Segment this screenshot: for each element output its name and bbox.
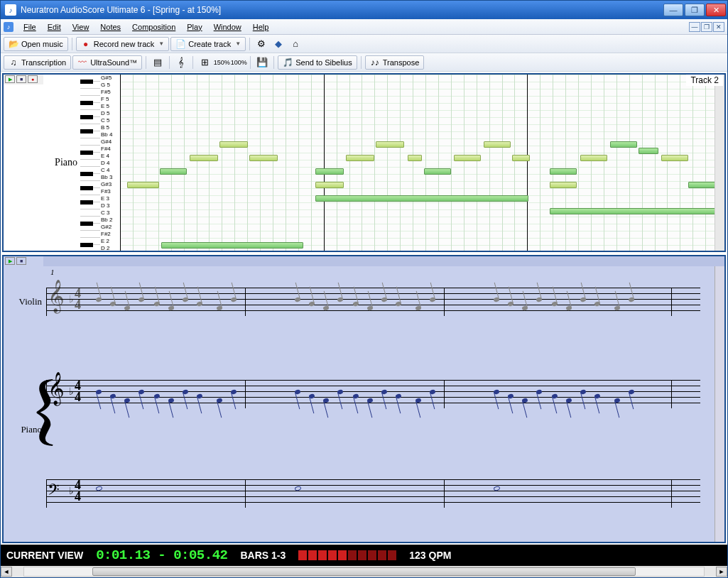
piano-view-button[interactable]: ▤ bbox=[150, 55, 165, 70]
clef-button[interactable]: 𝄞 bbox=[173, 55, 189, 70]
menu-file[interactable]: File bbox=[18, 21, 42, 33]
staff-note[interactable] bbox=[352, 393, 359, 399]
menu-notes[interactable]: Notes bbox=[94, 21, 126, 33]
staff-note[interactable] bbox=[196, 393, 202, 399]
panel-stop-button[interactable]: ■ bbox=[16, 75, 26, 83]
score-vertical-scrollbar[interactable] bbox=[715, 266, 724, 542]
mdi-restore-button[interactable]: ❐ bbox=[701, 22, 712, 32]
minimize-button[interactable]: — bbox=[663, 4, 683, 16]
scroll-left-button[interactable]: ◄ bbox=[1, 567, 12, 577]
midi-note[interactable] bbox=[315, 168, 344, 175]
score-play-button[interactable]: ▶ bbox=[5, 257, 15, 265]
midi-note[interactable] bbox=[161, 242, 303, 249]
panel-record-button[interactable]: ● bbox=[28, 75, 38, 83]
transcription-button[interactable]: ♫ Transcription bbox=[4, 55, 71, 70]
menu-view[interactable]: View bbox=[67, 21, 95, 33]
staff-note[interactable] bbox=[429, 297, 435, 302]
staff-note[interactable] bbox=[507, 393, 514, 399]
menu-composition[interactable]: Composition bbox=[126, 21, 181, 33]
staff-note[interactable] bbox=[138, 389, 144, 395]
score-body[interactable]: 1 Violin 𝄞 ♭ 44 Piano 𝄔 bbox=[4, 266, 715, 542]
midi-note[interactable] bbox=[550, 182, 577, 188]
midi-note[interactable] bbox=[661, 155, 688, 161]
staff-note[interactable] bbox=[337, 389, 343, 395]
staff-note[interactable] bbox=[337, 297, 343, 302]
piano-roll-grid[interactable] bbox=[120, 75, 715, 251]
menu-window[interactable]: Window bbox=[208, 21, 247, 33]
menu-play[interactable]: Play bbox=[181, 21, 207, 33]
staff-note[interactable] bbox=[138, 297, 144, 302]
open-music-button[interactable]: 📂 Open music bbox=[4, 37, 68, 51]
scroll-track[interactable] bbox=[23, 567, 705, 577]
staff-note[interactable] bbox=[507, 301, 514, 307]
midi-note[interactable] bbox=[160, 168, 187, 175]
staff-note[interactable] bbox=[395, 301, 401, 307]
midi-note[interactable] bbox=[190, 155, 218, 161]
ultrasound-button[interactable]: 〰 UltraSound™ bbox=[72, 55, 142, 70]
midi-note[interactable] bbox=[580, 155, 607, 161]
midi-note[interactable] bbox=[454, 155, 481, 161]
midi-note[interactable] bbox=[550, 208, 715, 214]
midi-note[interactable] bbox=[408, 155, 422, 161]
close-button[interactable]: ✕ bbox=[706, 4, 726, 16]
staff-note[interactable] bbox=[182, 297, 188, 302]
staff-note[interactable] bbox=[580, 297, 586, 302]
score-stop-button[interactable]: ■ bbox=[16, 257, 26, 265]
maximize-button[interactable]: ❐ bbox=[685, 4, 705, 16]
midi-note[interactable] bbox=[610, 141, 637, 148]
staff-note[interactable] bbox=[628, 389, 634, 395]
help-book-button[interactable]: ◆ bbox=[271, 37, 286, 51]
midi-note[interactable] bbox=[315, 182, 344, 188]
staff-note[interactable] bbox=[429, 389, 435, 395]
midi-note[interactable] bbox=[512, 155, 530, 161]
midi-note[interactable] bbox=[249, 155, 278, 161]
staff-note[interactable] bbox=[381, 297, 387, 302]
staff-note[interactable] bbox=[308, 301, 315, 307]
staff-note[interactable] bbox=[381, 389, 387, 395]
staff-note[interactable] bbox=[308, 393, 315, 399]
staff-note[interactable] bbox=[594, 301, 600, 307]
midi-note[interactable] bbox=[550, 168, 577, 175]
staff-note[interactable] bbox=[153, 301, 160, 307]
zoom-150-button[interactable]: 150% bbox=[214, 55, 229, 70]
staff-note[interactable] bbox=[153, 393, 160, 399]
staff-note[interactable] bbox=[109, 301, 116, 307]
piano-keyboard[interactable] bbox=[80, 75, 100, 251]
staff-note[interactable] bbox=[182, 389, 188, 395]
staff-note[interactable] bbox=[95, 297, 102, 302]
staff-note[interactable] bbox=[95, 389, 102, 395]
menu-help[interactable]: Help bbox=[247, 21, 275, 33]
create-track-button[interactable]: 📄 Create track ▼ bbox=[170, 37, 246, 51]
midi-note[interactable] bbox=[346, 155, 374, 161]
menu-edit[interactable]: Edit bbox=[42, 21, 67, 33]
transpose-button[interactable]: ♪♪ Transpose bbox=[365, 55, 425, 70]
staff-note[interactable] bbox=[551, 393, 558, 399]
settings-button[interactable]: ⚙ bbox=[254, 37, 269, 51]
staff-note[interactable] bbox=[395, 393, 401, 399]
staff-note[interactable] bbox=[628, 297, 634, 302]
save-button[interactable]: 💾 bbox=[254, 55, 270, 70]
send-to-sibelius-button[interactable]: 🎵 Send to Sibelius bbox=[278, 55, 357, 70]
horal-scrollbar[interactable]: ◄ ► bbox=[1, 566, 727, 577]
staff-note[interactable] bbox=[536, 389, 542, 395]
midi-note[interactable] bbox=[688, 182, 715, 188]
midi-note[interactable] bbox=[376, 141, 404, 148]
staff-note[interactable] bbox=[230, 297, 237, 302]
zoom-100-button[interactable]: 100% bbox=[231, 55, 246, 70]
midi-note[interactable] bbox=[424, 168, 451, 175]
staff-note[interactable] bbox=[580, 389, 586, 395]
staff-note[interactable] bbox=[493, 389, 499, 395]
midi-note[interactable] bbox=[484, 141, 511, 148]
staff-note[interactable] bbox=[109, 393, 116, 399]
staff-note[interactable] bbox=[294, 297, 300, 302]
midi-note[interactable] bbox=[219, 141, 248, 148]
midi-note[interactable] bbox=[127, 182, 159, 188]
mdi-minimize-button[interactable]: — bbox=[689, 22, 700, 32]
home-button[interactable]: ⌂ bbox=[288, 37, 303, 51]
midi-note[interactable] bbox=[315, 195, 528, 202]
staff-note[interactable] bbox=[294, 389, 300, 395]
panel-play-button[interactable]: ▶ bbox=[5, 75, 15, 83]
staff-note[interactable] bbox=[230, 389, 237, 395]
staff-note[interactable] bbox=[594, 393, 600, 399]
staff-note[interactable] bbox=[493, 297, 499, 302]
